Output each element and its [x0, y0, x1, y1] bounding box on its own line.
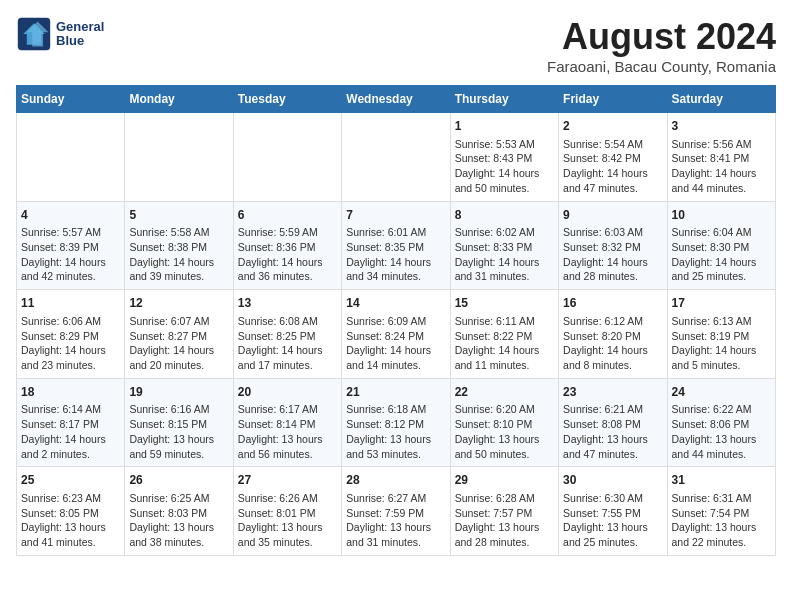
day-info: Sunrise: 6:31 AM Sunset: 7:54 PM Dayligh… [672, 491, 771, 550]
day-number: 8 [455, 207, 554, 224]
day-number: 7 [346, 207, 445, 224]
day-number: 9 [563, 207, 662, 224]
day-number: 27 [238, 472, 337, 489]
calendar-cell: 30Sunrise: 6:30 AM Sunset: 7:55 PM Dayli… [559, 467, 667, 556]
day-info: Sunrise: 6:22 AM Sunset: 8:06 PM Dayligh… [672, 402, 771, 461]
weekday-header: Monday [125, 86, 233, 113]
calendar-cell: 6Sunrise: 5:59 AM Sunset: 8:36 PM Daylig… [233, 201, 341, 290]
calendar-cell: 3Sunrise: 5:56 AM Sunset: 8:41 PM Daylig… [667, 113, 775, 202]
day-info: Sunrise: 6:16 AM Sunset: 8:15 PM Dayligh… [129, 402, 228, 461]
day-info: Sunrise: 5:53 AM Sunset: 8:43 PM Dayligh… [455, 137, 554, 196]
calendar-cell: 7Sunrise: 6:01 AM Sunset: 8:35 PM Daylig… [342, 201, 450, 290]
day-number: 10 [672, 207, 771, 224]
day-info: Sunrise: 6:06 AM Sunset: 8:29 PM Dayligh… [21, 314, 120, 373]
calendar-cell: 27Sunrise: 6:26 AM Sunset: 8:01 PM Dayli… [233, 467, 341, 556]
calendar-cell: 15Sunrise: 6:11 AM Sunset: 8:22 PM Dayli… [450, 290, 558, 379]
calendar-row: 11Sunrise: 6:06 AM Sunset: 8:29 PM Dayli… [17, 290, 776, 379]
main-title: August 2024 [547, 16, 776, 58]
weekday-header-row: SundayMondayTuesdayWednesdayThursdayFrid… [17, 86, 776, 113]
calendar-row: 4Sunrise: 5:57 AM Sunset: 8:39 PM Daylig… [17, 201, 776, 290]
day-info: Sunrise: 6:11 AM Sunset: 8:22 PM Dayligh… [455, 314, 554, 373]
calendar-cell: 16Sunrise: 6:12 AM Sunset: 8:20 PM Dayli… [559, 290, 667, 379]
day-number: 18 [21, 384, 120, 401]
calendar-row: 1Sunrise: 5:53 AM Sunset: 8:43 PM Daylig… [17, 113, 776, 202]
day-number: 16 [563, 295, 662, 312]
calendar-cell: 8Sunrise: 6:02 AM Sunset: 8:33 PM Daylig… [450, 201, 558, 290]
calendar-cell: 5Sunrise: 5:58 AM Sunset: 8:38 PM Daylig… [125, 201, 233, 290]
day-info: Sunrise: 5:58 AM Sunset: 8:38 PM Dayligh… [129, 225, 228, 284]
weekday-header: Tuesday [233, 86, 341, 113]
calendar-cell: 2Sunrise: 5:54 AM Sunset: 8:42 PM Daylig… [559, 113, 667, 202]
day-number: 3 [672, 118, 771, 135]
day-number: 25 [21, 472, 120, 489]
weekday-header: Thursday [450, 86, 558, 113]
calendar-cell [17, 113, 125, 202]
day-info: Sunrise: 6:21 AM Sunset: 8:08 PM Dayligh… [563, 402, 662, 461]
day-info: Sunrise: 5:56 AM Sunset: 8:41 PM Dayligh… [672, 137, 771, 196]
calendar-cell: 14Sunrise: 6:09 AM Sunset: 8:24 PM Dayli… [342, 290, 450, 379]
day-info: Sunrise: 6:01 AM Sunset: 8:35 PM Dayligh… [346, 225, 445, 284]
day-number: 13 [238, 295, 337, 312]
calendar-cell: 25Sunrise: 6:23 AM Sunset: 8:05 PM Dayli… [17, 467, 125, 556]
calendar-cell: 1Sunrise: 5:53 AM Sunset: 8:43 PM Daylig… [450, 113, 558, 202]
day-info: Sunrise: 6:27 AM Sunset: 7:59 PM Dayligh… [346, 491, 445, 550]
day-info: Sunrise: 6:18 AM Sunset: 8:12 PM Dayligh… [346, 402, 445, 461]
day-number: 23 [563, 384, 662, 401]
header: General Blue August 2024 Faraoani, Bacau… [16, 16, 776, 75]
calendar-cell [125, 113, 233, 202]
day-number: 2 [563, 118, 662, 135]
day-info: Sunrise: 6:12 AM Sunset: 8:20 PM Dayligh… [563, 314, 662, 373]
day-info: Sunrise: 6:13 AM Sunset: 8:19 PM Dayligh… [672, 314, 771, 373]
day-info: Sunrise: 6:14 AM Sunset: 8:17 PM Dayligh… [21, 402, 120, 461]
calendar-cell: 23Sunrise: 6:21 AM Sunset: 8:08 PM Dayli… [559, 378, 667, 467]
day-number: 14 [346, 295, 445, 312]
calendar-table: SundayMondayTuesdayWednesdayThursdayFrid… [16, 85, 776, 556]
logo-line1: General [56, 20, 104, 34]
day-number: 12 [129, 295, 228, 312]
weekday-header: Wednesday [342, 86, 450, 113]
day-info: Sunrise: 5:59 AM Sunset: 8:36 PM Dayligh… [238, 225, 337, 284]
calendar-cell: 20Sunrise: 6:17 AM Sunset: 8:14 PM Dayli… [233, 378, 341, 467]
calendar-cell [233, 113, 341, 202]
day-info: Sunrise: 5:57 AM Sunset: 8:39 PM Dayligh… [21, 225, 120, 284]
subtitle: Faraoani, Bacau County, Romania [547, 58, 776, 75]
calendar-cell: 21Sunrise: 6:18 AM Sunset: 8:12 PM Dayli… [342, 378, 450, 467]
logo-line2: Blue [56, 34, 104, 48]
calendar-cell: 17Sunrise: 6:13 AM Sunset: 8:19 PM Dayli… [667, 290, 775, 379]
day-info: Sunrise: 6:08 AM Sunset: 8:25 PM Dayligh… [238, 314, 337, 373]
logo-icon [16, 16, 52, 52]
day-number: 4 [21, 207, 120, 224]
calendar-cell: 12Sunrise: 6:07 AM Sunset: 8:27 PM Dayli… [125, 290, 233, 379]
calendar-cell: 24Sunrise: 6:22 AM Sunset: 8:06 PM Dayli… [667, 378, 775, 467]
day-info: Sunrise: 5:54 AM Sunset: 8:42 PM Dayligh… [563, 137, 662, 196]
title-section: August 2024 Faraoani, Bacau County, Roma… [547, 16, 776, 75]
day-number: 20 [238, 384, 337, 401]
calendar-cell: 18Sunrise: 6:14 AM Sunset: 8:17 PM Dayli… [17, 378, 125, 467]
calendar-cell: 26Sunrise: 6:25 AM Sunset: 8:03 PM Dayli… [125, 467, 233, 556]
day-number: 26 [129, 472, 228, 489]
calendar-cell: 13Sunrise: 6:08 AM Sunset: 8:25 PM Dayli… [233, 290, 341, 379]
day-info: Sunrise: 6:03 AM Sunset: 8:32 PM Dayligh… [563, 225, 662, 284]
calendar-row: 25Sunrise: 6:23 AM Sunset: 8:05 PM Dayli… [17, 467, 776, 556]
calendar-cell: 19Sunrise: 6:16 AM Sunset: 8:15 PM Dayli… [125, 378, 233, 467]
calendar-cell: 4Sunrise: 5:57 AM Sunset: 8:39 PM Daylig… [17, 201, 125, 290]
day-info: Sunrise: 6:28 AM Sunset: 7:57 PM Dayligh… [455, 491, 554, 550]
day-number: 22 [455, 384, 554, 401]
calendar-cell: 28Sunrise: 6:27 AM Sunset: 7:59 PM Dayli… [342, 467, 450, 556]
day-info: Sunrise: 6:26 AM Sunset: 8:01 PM Dayligh… [238, 491, 337, 550]
day-number: 5 [129, 207, 228, 224]
calendar-cell: 10Sunrise: 6:04 AM Sunset: 8:30 PM Dayli… [667, 201, 775, 290]
weekday-header: Friday [559, 86, 667, 113]
day-info: Sunrise: 6:09 AM Sunset: 8:24 PM Dayligh… [346, 314, 445, 373]
weekday-header: Sunday [17, 86, 125, 113]
weekday-header: Saturday [667, 86, 775, 113]
calendar-row: 18Sunrise: 6:14 AM Sunset: 8:17 PM Dayli… [17, 378, 776, 467]
day-number: 15 [455, 295, 554, 312]
day-number: 29 [455, 472, 554, 489]
logo: General Blue [16, 16, 104, 52]
logo-text: General Blue [56, 20, 104, 49]
calendar-cell: 31Sunrise: 6:31 AM Sunset: 7:54 PM Dayli… [667, 467, 775, 556]
day-info: Sunrise: 6:02 AM Sunset: 8:33 PM Dayligh… [455, 225, 554, 284]
day-number: 31 [672, 472, 771, 489]
day-info: Sunrise: 6:25 AM Sunset: 8:03 PM Dayligh… [129, 491, 228, 550]
